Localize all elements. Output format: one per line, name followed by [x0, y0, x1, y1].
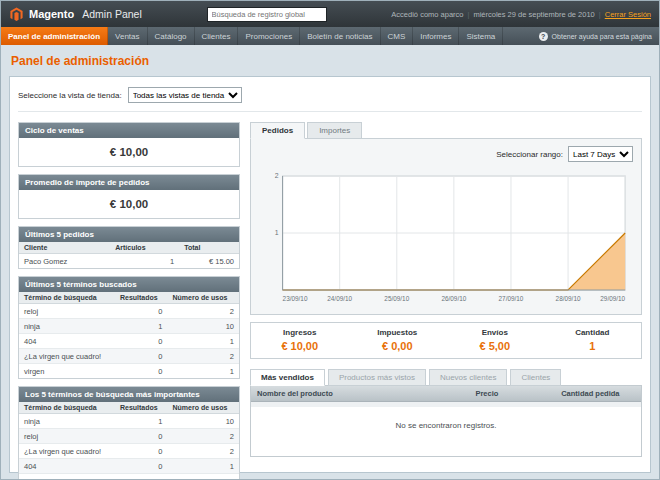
top-bar: Magento Admin Panel Accedió como aparco …	[1, 1, 659, 27]
last-orders-table: Cliente Artículos Total Paco Gomez 1 € 1…	[19, 242, 239, 268]
nav-item-newsletter[interactable]: Boletín de noticias	[300, 27, 380, 45]
search-term-row[interactable]: ¿La virgen que cuadro! 0 2	[19, 444, 239, 459]
empty-row: No se encontraron registros.	[251, 407, 641, 456]
top-search-terms-table: Término de búsqueda Resultados Número de…	[19, 402, 239, 480]
svg-text:28/09/10: 28/09/10	[556, 295, 581, 302]
search-term-row[interactable]: ninja 1 10	[19, 319, 239, 334]
magento-logo-icon	[9, 7, 24, 22]
search-term-row[interactable]: 404 0 1	[19, 334, 239, 349]
lifetime-sales-box: Ciclo de ventas € 10,00	[18, 122, 240, 167]
box-title: Últimos 5 pedidos	[19, 227, 239, 242]
tab-clientes[interactable]: Clientes	[510, 369, 561, 386]
column-header: Precio	[469, 386, 555, 402]
brand-name: Magento	[29, 8, 74, 20]
last-search-terms-table: Término de búsqueda Resultados Número de…	[19, 292, 239, 378]
magento-admin-window: Magento Admin Panel Accedió como aparco …	[0, 0, 660, 480]
lifetime-sales-value: € 10,00	[19, 138, 239, 166]
column-header: Cantidad pedida	[555, 386, 641, 402]
nav-item-promotions[interactable]: Promociones	[238, 27, 300, 45]
stat-envios: Envíos € 5,00	[446, 328, 544, 352]
nav-item-cms[interactable]: CMS	[381, 27, 414, 45]
range-label: Seleccionar rango:	[496, 150, 563, 159]
help-icon: ?	[539, 32, 548, 41]
column-header: Número de usos	[168, 402, 239, 414]
search-term-row[interactable]: ¿La virgen que cuadro! 0 2	[19, 349, 239, 364]
search-term-row[interactable]: reloj 0 2	[19, 304, 239, 319]
logged-in-as: Accedió como aparco	[391, 10, 463, 19]
left-column: Ciclo de ventas € 10,00 Promedio de impo…	[18, 122, 240, 480]
nav-item-sales[interactable]: Ventas	[108, 27, 147, 45]
global-search	[142, 7, 392, 22]
last-search-terms-box: Últimos 5 términos buscados Término de b…	[18, 276, 240, 379]
orders-chart: 23/09/1024/09/1025/09/1026/09/1027/09/10…	[257, 168, 635, 308]
empty-grid-message: No se encontraron registros.	[251, 407, 641, 456]
search-term-row[interactable]: reloj 0 2	[19, 429, 239, 444]
svg-text:1: 1	[275, 229, 279, 236]
search-term-row[interactable]: ninja 1 10	[19, 414, 239, 429]
totals-bar: Ingresos € 10,00 Impuestos € 0,00 Envíos…	[250, 322, 642, 359]
column-header: Término de búsqueda	[19, 402, 115, 414]
store-view-select[interactable]: Todas las vistas de tienda	[128, 87, 242, 103]
svg-text:2: 2	[275, 172, 279, 179]
box-title: Promedio de importe de pedidos	[19, 175, 239, 190]
column-header: Término de búsqueda	[19, 292, 115, 304]
column-header: Total	[179, 242, 239, 254]
column-header: Número de usos	[168, 292, 239, 304]
search-term-row[interactable]: virgen 0 1	[19, 364, 239, 379]
box-title: Los 5 términos de búsqueda más important…	[19, 387, 239, 402]
svg-text:26/09/10: 26/09/10	[441, 295, 466, 302]
column-header: Artículos	[110, 242, 179, 254]
svg-text:27/09/10: 27/09/10	[499, 295, 524, 302]
top-search-terms-box: Los 5 términos de búsqueda más important…	[18, 386, 240, 480]
tab-productos-mas-vistos[interactable]: Productos más vistos	[328, 369, 426, 386]
column-header: Resultados	[115, 402, 168, 414]
tab-pedidos[interactable]: Pedidos	[250, 122, 305, 139]
separator: |	[599, 10, 601, 19]
nav-item-dashboard[interactable]: Panel de administración	[1, 27, 108, 45]
date-range-select[interactable]: Last 7 Days	[568, 146, 633, 162]
box-title: Ciclo de ventas	[19, 123, 239, 138]
orders-chart-panel: Seleccionar rango: Last 7 Days 23/09/102…	[250, 138, 642, 315]
product-tabs: Más vendidos Productos más vistos Nuevos…	[250, 369, 642, 386]
nav-item-catalog[interactable]: Catálogo	[148, 27, 195, 45]
global-search-input[interactable]	[207, 7, 327, 22]
box-title: Últimos 5 términos buscados	[19, 277, 239, 292]
stat-cantidad: Cantidad 1	[544, 328, 642, 352]
stat-ingresos: Ingresos € 10,00	[251, 328, 349, 352]
brand: Magento Admin Panel	[9, 7, 142, 22]
stat-impuestos: Impuestos € 0,00	[349, 328, 447, 352]
last-orders-box: Últimos 5 pedidos Cliente Artículos Tota…	[18, 226, 240, 269]
search-term-row[interactable]: virge 0 1	[19, 474, 239, 480]
right-column: Pedidos Importes Seleccionar rango: Last…	[250, 122, 642, 480]
column-header: Cliente	[19, 242, 110, 254]
svg-text:29/09/10: 29/09/10	[600, 295, 625, 302]
current-date: miércoles 29 de septiembre de 2010	[473, 10, 594, 19]
nav-item-customers[interactable]: Clientes	[195, 27, 239, 45]
brand-subtitle: Admin Panel	[82, 8, 142, 20]
chart-tabs: Pedidos Importes	[250, 122, 642, 139]
tab-importes[interactable]: Importes	[307, 122, 362, 139]
average-orders-box: Promedio de importe de pedidos € 10,00	[18, 174, 240, 219]
nav-item-reports[interactable]: Informes	[413, 27, 459, 45]
help-label: Obtener ayuda para esta página	[552, 33, 652, 40]
search-term-row[interactable]: 404 0 1	[19, 459, 239, 474]
content-area: Panel de administración Seleccione la vi…	[1, 45, 659, 479]
separator: |	[467, 10, 469, 19]
session-info: Accedió como aparco | miércoles 29 de se…	[391, 10, 651, 19]
dashboard-panel: Seleccione la vista de tienda: Todas las…	[9, 76, 651, 473]
store-switcher: Seleccione la vista de tienda: Todas las…	[18, 85, 642, 112]
tab-nuevos-clientes[interactable]: Nuevos clientes	[429, 369, 507, 386]
average-orders-value: € 10,00	[19, 190, 239, 218]
svg-text:23/09/10: 23/09/10	[283, 295, 308, 302]
column-header: Resultados	[115, 292, 168, 304]
column-header: Nombre del producto	[251, 386, 469, 402]
order-row[interactable]: Paco Gomez 1 € 15.00	[19, 254, 239, 269]
tab-mas-vendidos[interactable]: Más vendidos	[250, 369, 325, 386]
logout-link[interactable]: Cerrar Sesión	[605, 10, 651, 19]
nav-item-system[interactable]: Sistema	[459, 27, 503, 45]
store-switcher-label: Seleccione la vista de tienda:	[18, 91, 122, 100]
page-help-link[interactable]: ? Obtener ayuda para esta página	[532, 27, 659, 45]
page-title: Panel de administración	[11, 54, 651, 68]
svg-text:24/09/10: 24/09/10	[327, 295, 352, 302]
main-nav: Panel de administración Ventas Catálogo …	[1, 27, 659, 45]
